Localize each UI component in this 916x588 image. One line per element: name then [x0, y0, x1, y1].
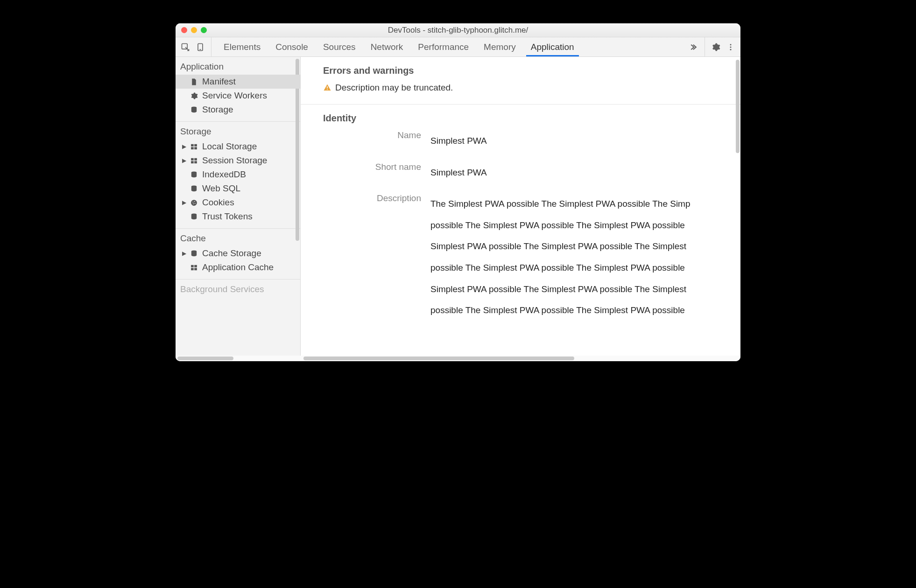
- identity-section: Identity Name Simplest PWA Short name Si…: [301, 105, 740, 332]
- toolbar-tabs: ElementsConsoleSourcesNetworkPerformance…: [216, 37, 684, 56]
- devtools-window: DevTools - stitch-glib-typhoon.glitch.me…: [176, 23, 740, 361]
- gear-icon: [190, 91, 198, 100]
- sidebar-item-label: Local Storage: [202, 141, 257, 152]
- errors-warnings-section: Errors and warnings Description may be t…: [301, 57, 740, 105]
- db-icon: [190, 212, 198, 221]
- svg-rect-12: [194, 158, 197, 160]
- field-value: The Simplest PWA possible The Simplest P…: [430, 193, 718, 321]
- sidebar-item-cache-storage[interactable]: ▶Cache Storage: [176, 246, 300, 260]
- field-value: Simplest PWA: [430, 130, 487, 152]
- grid-icon: [190, 263, 198, 272]
- identity-shortname-row: Short name Simplest PWA: [323, 162, 718, 183]
- section-title: Errors and warnings: [323, 65, 718, 76]
- identity-name-row: Name Simplest PWA: [323, 130, 718, 152]
- sidebar-item-trust-tokens[interactable]: Trust Tokens: [176, 210, 300, 224]
- device-toggle-icon[interactable]: [193, 40, 207, 54]
- sidebar-section-title: Application: [176, 57, 300, 75]
- svg-rect-14: [194, 161, 197, 163]
- svg-point-3: [730, 44, 732, 45]
- svg-rect-27: [194, 268, 197, 270]
- content-h-scrollbar[interactable]: [303, 357, 574, 360]
- sidebar-section-title-truncated: Background Services: [176, 280, 300, 294]
- svg-rect-29: [327, 89, 328, 90]
- svg-rect-25: [194, 265, 197, 267]
- field-label: Short name: [323, 162, 430, 172]
- grid-icon: [190, 142, 198, 151]
- tab-sources[interactable]: Sources: [316, 37, 363, 56]
- toolbar-right: [705, 37, 738, 56]
- db-icon: [190, 249, 198, 258]
- sidebar-item-label: Storage: [202, 105, 233, 115]
- sidebar-item-label: IndexedDB: [202, 169, 246, 180]
- tab-performance[interactable]: Performance: [410, 37, 476, 56]
- section-title: Identity: [323, 113, 718, 124]
- svg-point-5: [730, 49, 732, 50]
- tab-memory[interactable]: Memory: [476, 37, 523, 56]
- sidebar-h-scrollbar[interactable]: [177, 357, 233, 360]
- file-icon: [190, 77, 198, 86]
- sidebar-item-label: Manifest: [202, 77, 236, 87]
- tab-application[interactable]: Application: [523, 37, 582, 56]
- close-window-button[interactable]: [181, 27, 187, 33]
- expand-arrow-icon[interactable]: ▶: [182, 157, 186, 164]
- overflow-tabs-button[interactable]: [684, 37, 702, 56]
- warning-row: Description may be truncated.: [323, 83, 718, 93]
- sidebar-item-cookies[interactable]: ▶Cookies: [176, 196, 300, 210]
- bottom-scrollbars: [176, 356, 740, 361]
- warning-icon: [323, 84, 331, 92]
- expand-arrow-icon[interactable]: ▶: [182, 143, 186, 150]
- sidebar-item-local-storage[interactable]: ▶Local Storage: [176, 140, 300, 154]
- maximize-window-button[interactable]: [201, 27, 207, 33]
- sidebar-section-title: Storage: [176, 122, 300, 140]
- sidebar-item-label: Trust Tokens: [202, 211, 253, 222]
- window-title: DevTools - stitch-glib-typhoon.glitch.me…: [176, 26, 740, 35]
- titlebar: DevTools - stitch-glib-typhoon.glitch.me…: [176, 23, 740, 37]
- sidebar-item-label: Session Storage: [202, 155, 267, 166]
- sidebar-item-label: Service Workers: [202, 91, 267, 101]
- svg-point-4: [730, 46, 732, 48]
- tab-network[interactable]: Network: [363, 37, 411, 56]
- sidebar-item-application-cache[interactable]: Application Cache: [176, 260, 300, 274]
- expand-arrow-icon[interactable]: ▶: [182, 250, 186, 257]
- svg-rect-8: [194, 144, 197, 146]
- svg-rect-26: [191, 268, 194, 270]
- field-value: Simplest PWA: [430, 162, 487, 183]
- svg-rect-10: [194, 147, 197, 149]
- devtools-toolbar: ElementsConsoleSourcesNetworkPerformance…: [176, 37, 740, 57]
- svg-point-20: [195, 203, 196, 203]
- sidebar-item-storage[interactable]: Storage: [176, 103, 300, 117]
- sidebar-item-session-storage[interactable]: ▶Session Storage: [176, 154, 300, 168]
- sidebar-item-label: Cookies: [202, 197, 234, 208]
- grid-icon: [190, 156, 198, 165]
- expand-arrow-icon[interactable]: ▶: [182, 199, 186, 206]
- sidebar-item-label: Application Cache: [202, 262, 274, 273]
- content-scrollbar[interactable]: [736, 60, 740, 153]
- devtools-body: ApplicationManifestService WorkersStorag…: [176, 57, 740, 356]
- minimize-window-button[interactable]: [191, 27, 197, 33]
- warning-text: Description may be truncated.: [335, 83, 453, 93]
- application-sidebar[interactable]: ApplicationManifestService WorkersStorag…: [176, 57, 301, 356]
- tab-console[interactable]: Console: [268, 37, 316, 56]
- svg-rect-11: [191, 158, 194, 160]
- sidebar-section-title: Cache: [176, 229, 300, 246]
- svg-point-19: [194, 201, 195, 202]
- svg-point-18: [192, 202, 193, 203]
- svg-rect-24: [191, 265, 194, 267]
- kebab-menu-icon[interactable]: [724, 40, 738, 54]
- db-icon: [190, 105, 198, 114]
- inspect-element-icon[interactable]: [178, 40, 192, 54]
- sidebar-item-indexeddb[interactable]: IndexedDB: [176, 168, 300, 182]
- svg-rect-28: [327, 86, 328, 89]
- manifest-panel[interactable]: Errors and warnings Description may be t…: [301, 57, 740, 356]
- sidebar-item-service-workers[interactable]: Service Workers: [176, 89, 300, 103]
- traffic-lights: [181, 27, 207, 33]
- identity-description-row: Description The Simplest PWA possible Th…: [323, 193, 718, 321]
- sidebar-item-label: Web SQL: [202, 183, 240, 194]
- settings-icon[interactable]: [709, 40, 723, 54]
- svg-rect-13: [191, 161, 194, 163]
- svg-rect-9: [191, 147, 194, 149]
- tab-elements[interactable]: Elements: [216, 37, 268, 56]
- sidebar-item-web-sql[interactable]: Web SQL: [176, 182, 300, 196]
- db-icon: [190, 170, 198, 179]
- sidebar-item-manifest[interactable]: Manifest: [176, 75, 300, 89]
